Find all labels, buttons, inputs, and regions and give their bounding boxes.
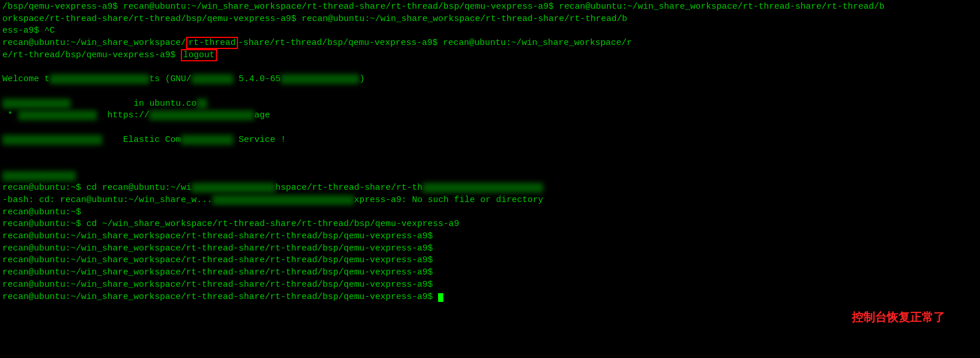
blurred-block-6: s <box>18 110 97 120</box>
blurred-block-13 <box>212 195 354 205</box>
blurred-block-7 <box>149 110 254 120</box>
terminal-window: /bsp/qemu-vexpress-a9$ recan@ubuntu:~/wi… <box>0 0 980 358</box>
terminal-blank3 <box>2 122 978 134</box>
terminal-cd-line: recan@ubuntu:~$ cd recan@ubuntu:~/wi hsp… <box>2 182 978 194</box>
blurred-block-5 <box>197 99 207 109</box>
blurred-block-2 <box>191 74 233 84</box>
terminal-long-prompt-3: recan@ubuntu:~/win_share_workspace/rt-th… <box>2 255 978 267</box>
terminal-line-4: recan@ubuntu:~/win_share_workspace/rt-th… <box>2 37 978 50</box>
terminal-recan-short: recan@ubunt... <box>2 171 978 183</box>
terminal-long-prompt-4: recan@ubuntu:~/win_share_workspace/rt-th… <box>2 267 978 279</box>
terminal-blank2 <box>2 86 978 98</box>
terminal-line-blank1 <box>2 61 978 74</box>
blurred-block-12 <box>422 183 543 193</box>
terminal-last-prompt: recan@ubuntu:~/win_share_workspace/rt-th… <box>2 291 978 304</box>
terminal-long-prompt-1: recan@ubuntu:~/win_share_workspace/rt-th… <box>2 231 978 243</box>
terminal-elastic-line: Elastic Com Service ! <box>2 134 978 147</box>
blurred-block-1 <box>50 74 149 84</box>
terminal-bash-error: -bash: cd: recan@ubuntu:~/win_share_w...… <box>2 194 978 207</box>
terminal-long-prompt-2: recan@ubuntu:~/win_share_workspace/rt-th… <box>2 243 978 255</box>
terminal-line-2: orkspace/rt-thread-share/rt-thread/bsp/q… <box>2 13 978 26</box>
terminal-line-5: e/rt-thread/bsp/qemu-vexpress-a9$ logout <box>2 50 978 62</box>
blurred-block-11 <box>191 183 275 193</box>
terminal-line-1: /bsp/qemu-vexpress-a9$ recan@ubuntu:~/wi… <box>2 1 978 13</box>
terminal-welcome-line: Welcome t ts (GNU/ 5.4.0-65 ) <box>2 74 978 86</box>
terminal-cd-full: recan@ubuntu:~$ cd ~/win_share_workspace… <box>2 218 978 231</box>
blurred-block-3 <box>281 74 359 84</box>
blurred-block-8 <box>2 135 102 145</box>
blurred-block-4 <box>2 99 71 109</box>
blurred-block-9 <box>181 135 233 145</box>
terminal-prompt-1: recan@ubuntu:~$ <box>2 207 978 219</box>
terminal-line-3: ess-a9$ ^C <box>2 25 978 37</box>
logout-highlight-box: rt-thread <box>186 37 238 49</box>
terminal-long-prompt-5: recan@ubuntu:~/win_share_workspace/rt-th… <box>2 279 978 291</box>
terminal-blank5 <box>2 158 978 171</box>
terminal-blank4 <box>2 146 978 158</box>
terminal-info-line2: * s https:// age <box>2 110 978 122</box>
terminal-info-line1: in ubuntu.co <box>2 98 978 110</box>
chinese-annotation: 控制台恢复正常了 <box>852 310 945 325</box>
blurred-block-10: recan@ubunt... <box>2 171 76 181</box>
terminal-cursor <box>438 293 443 302</box>
logout-cmd: logout <box>181 49 217 61</box>
